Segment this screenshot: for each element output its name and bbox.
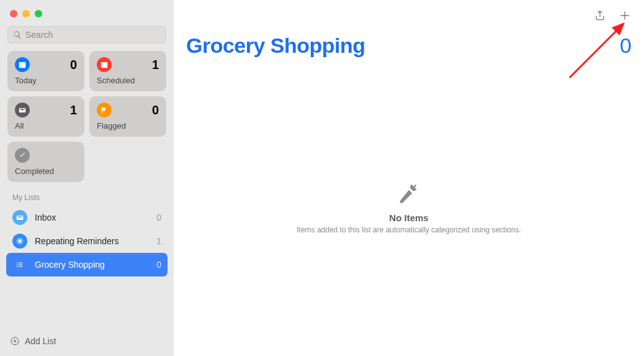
svg-rect-3: [102, 64, 104, 65]
empty-heading: No Items: [389, 212, 428, 223]
list-item-repeating[interactable]: Repeating Reminders 1: [6, 229, 168, 253]
share-icon: [594, 9, 606, 22]
carrot-icon: [396, 180, 422, 206]
plus-circle-icon: [10, 336, 20, 346]
zoom-window-button[interactable]: [35, 10, 42, 17]
checkmark-icon: [15, 148, 30, 163]
svg-point-9: [17, 266, 18, 267]
list-item-count: 1: [156, 236, 161, 246]
smart-today-count: 0: [70, 58, 77, 72]
list-title: Grocery Shopping: [186, 34, 365, 58]
calendar-today-icon: [15, 57, 30, 72]
smart-lists: 0 Today 1 Scheduled 1 All: [6, 51, 168, 182]
svg-point-5: [17, 262, 18, 263]
svg-rect-1: [19, 62, 26, 64]
list-item-label: Repeating Reminders: [35, 236, 156, 246]
list-item-inbox[interactable]: Inbox 0: [6, 206, 168, 229]
svg-rect-8: [19, 264, 22, 265]
smart-completed-label: Completed: [15, 167, 77, 176]
minimize-window-button[interactable]: [22, 10, 30, 17]
sidebar: 0 Today 1 Scheduled 1 All: [0, 0, 174, 356]
flag-icon: [97, 103, 112, 117]
plus-icon: [619, 9, 631, 22]
list-bullet-icon: [12, 257, 27, 272]
svg-point-7: [17, 264, 18, 265]
smart-flagged-label: Flagged: [97, 121, 159, 130]
share-button[interactable]: [593, 9, 607, 22]
list-item-count: 0: [156, 260, 161, 270]
svg-rect-4: [104, 64, 105, 65]
smart-scheduled[interactable]: 1 Scheduled: [89, 51, 166, 91]
list-total-count: 0: [620, 34, 632, 58]
my-lists-header: My Lists: [6, 182, 168, 206]
add-list-button[interactable]: Add List: [6, 331, 60, 351]
smart-today[interactable]: 0 Today: [7, 51, 84, 91]
smart-all-label: All: [15, 121, 77, 130]
smart-all-count: 1: [70, 103, 77, 117]
empty-state: No Items Items added to this list are au…: [174, 58, 644, 356]
smart-scheduled-count: 1: [152, 58, 159, 72]
tray-icon: [12, 210, 27, 225]
svg-rect-6: [19, 263, 22, 263]
window-controls: [6, 6, 168, 26]
snowflake-icon: [12, 234, 27, 249]
svg-rect-10: [19, 266, 22, 267]
smart-today-label: Today: [15, 76, 77, 85]
add-list-label: Add List: [25, 336, 56, 346]
smart-scheduled-label: Scheduled: [97, 76, 159, 85]
list-item-label: Grocery Shopping: [35, 260, 156, 270]
tray-icon: [15, 103, 30, 117]
list-item-grocery[interactable]: Grocery Shopping 0: [6, 253, 168, 276]
list-item-count: 0: [156, 212, 161, 222]
add-reminder-button[interactable]: [618, 9, 632, 22]
main-pane: Grocery Shopping 0 No Items Items added …: [174, 0, 644, 356]
toolbar: [174, 0, 644, 22]
empty-subtext: Items added to this list are automatical…: [297, 226, 521, 234]
list-item-label: Inbox: [35, 212, 156, 222]
search-icon: [13, 30, 22, 39]
calendar-scheduled-icon: [97, 57, 112, 72]
smart-completed[interactable]: Completed: [7, 142, 84, 182]
title-row: Grocery Shopping 0: [174, 22, 644, 58]
smart-all[interactable]: 1 All: [7, 96, 84, 137]
smart-flagged[interactable]: 0 Flagged: [89, 96, 166, 137]
search-input[interactable]: [25, 30, 161, 40]
search-field[interactable]: [7, 26, 166, 43]
smart-flagged-count: 0: [152, 103, 159, 117]
close-window-button[interactable]: [10, 10, 17, 17]
